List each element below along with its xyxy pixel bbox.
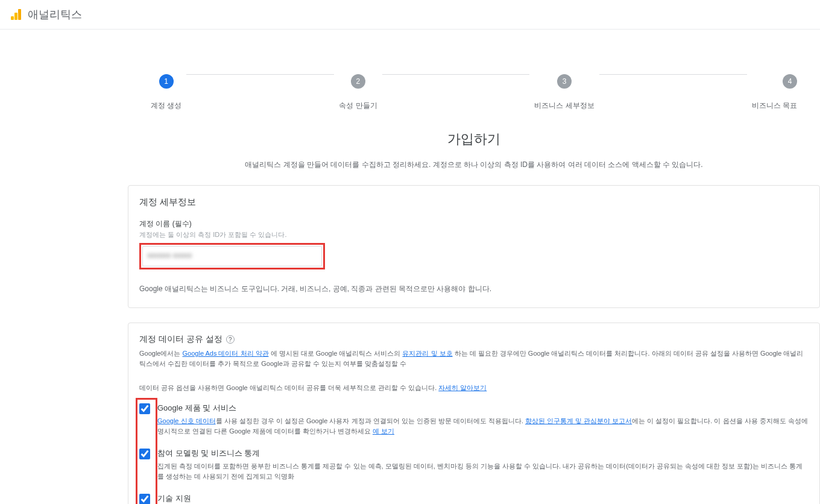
hero: 가입하기 애널리틱스 계정을 만들어 데이터를 수집하고 정리하세요. 계정으로… [215, 130, 733, 171]
step-circle-2: 2 [351, 74, 365, 89]
hero-title: 가입하기 [215, 130, 733, 148]
acc-name-label: 계정 이름 (필수) [139, 219, 809, 229]
business-note: Google 애널리틱스는 비즈니스 도구입니다. 거래, 비즈니스, 공예, … [139, 284, 809, 294]
chk-row-modeling: 참여 모델링 및 비즈니스 통계 집계된 측정 데이터를 포함하면 풍부한 비즈… [139, 448, 809, 482]
step-circle-4: 4 [783, 74, 797, 89]
app-header: 애널리틱스 [0, 0, 820, 30]
chk-tech-support[interactable] [139, 494, 150, 504]
step-business-detail: 3 비즈니스 세부정보 [529, 68, 599, 111]
ads-terms-link[interactable]: Google Ads 데이터 처리 약관 [183, 350, 269, 357]
example-view-link[interactable]: 예 보기 [373, 427, 394, 435]
demo-report-link[interactable]: 향상된 인구통계 및 관심분야 보고서 [525, 417, 632, 424]
stepper: 1 계정 생성 2 속성 만들기 3 비즈니스 세부정보 4 비즈니스 목표 [146, 61, 802, 115]
acc-name-hint: 계정에는 둘 이상의 측정 ID가 포함될 수 있습니다. [139, 230, 809, 239]
help-icon[interactable]: ? [226, 335, 235, 344]
learn-more-link[interactable]: 자세히 알아보기 [438, 384, 487, 391]
card-title: 계정 세부정보 [139, 197, 809, 208]
step-business-goal: 4 비즈니스 목표 [747, 68, 802, 111]
chk-modeling[interactable] [139, 449, 150, 459]
step-circle-3: 3 [557, 74, 572, 89]
chk-row-support: 기술 지원 Google 기술 지원 담당자가 서비스를 제공하고 기술적 문제… [139, 493, 809, 504]
hero-desc: 애널리틱스 계정을 만들어 데이터를 수집하고 정리하세요. 계정으로 하나 이… [215, 159, 733, 171]
highlight-account-input: ■■■■■ ■■■■ [139, 243, 325, 269]
step-property: 2 속성 만들기 [334, 68, 382, 111]
sharing-title: 계정 데이터 공유 설정 ? [139, 334, 809, 345]
step-account[interactable]: 1 계정 생성 [146, 68, 186, 111]
sharing-card: 계정 데이터 공유 설정 ? Google에서는 Google Ads 데이터 … [128, 323, 820, 504]
account-detail-card: 계정 세부정보 계정 이름 (필수) 계정에는 둘 이상의 측정 ID가 포함될… [128, 185, 820, 308]
maintain-link[interactable]: 유지관리 및 보호 [402, 350, 452, 357]
chk-google-products[interactable] [139, 403, 150, 414]
analytics-logo-icon [11, 9, 22, 20]
sharing-fineprint-1: Google에서는 Google Ads 데이터 처리 약관 에 명시된 대로 … [139, 348, 809, 368]
signal-data-link[interactable]: Google 신호 데이터 [157, 417, 216, 424]
sharing-fineprint-2: 데이터 공유 옵션을 사용하면 Google 애널리틱스 데이터 공유를 더욱 … [139, 383, 809, 393]
step-circle-1: 1 [159, 74, 174, 89]
chk-row-products: Google 제품 및 서비스 Google 신호 데이터를 사용 설정한 경우… [139, 403, 809, 437]
app-title: 애널리틱스 [28, 7, 82, 22]
